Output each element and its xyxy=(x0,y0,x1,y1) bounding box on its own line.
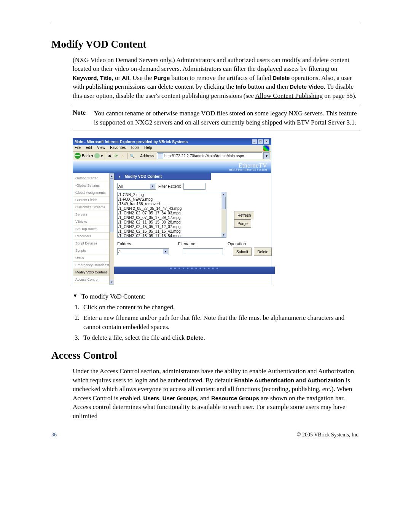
list-scroll-up-icon[interactable]: ▴ xyxy=(221,192,226,197)
kw-delete: Delete xyxy=(272,75,290,81)
folders-select[interactable]: / ▾ xyxy=(117,248,169,255)
file-list-item[interactable]: /1_CNN2_02_07_05_17_39_17.mpg xyxy=(118,216,225,220)
back-icon[interactable]: ⟵ xyxy=(75,153,81,159)
sidebar-item[interactable]: Access Control xyxy=(73,276,114,283)
ie-toolbar: ⟵ Back ▾ ▾ ✖ ⟳ ⌂ 🔍 Address http://172.22… xyxy=(73,152,271,160)
windows-flag-icon xyxy=(263,145,269,151)
sidebar-scrollbar[interactable]: ▴ ▾ xyxy=(109,173,114,285)
menu-tools[interactable]: Tools xyxy=(131,145,139,150)
steps-lead: ▼ To modify VoD Content: xyxy=(73,293,360,300)
purge-button[interactable]: Purge xyxy=(234,219,251,228)
sidebar-item[interactable]: Customize Streams xyxy=(73,204,114,211)
brand-banner: EtherneTV MEDIA DISTRIBUTION SYSTEM xyxy=(73,160,271,173)
kw-purge: Purge xyxy=(154,75,170,81)
filter-select[interactable]: All ▾ xyxy=(117,183,156,190)
step-3-text: To delete a file, select the file and cl… xyxy=(83,334,186,341)
heading-modify-vod: Modify VOD Content xyxy=(51,38,360,50)
home-icon[interactable]: ⌂ xyxy=(120,153,125,158)
file-list-item[interactable]: /1_CNN2_02_15_05_11_18_54.mpg xyxy=(118,234,225,238)
para-modify-vod: (NXG Video on Demand Servers only.) Admi… xyxy=(73,56,360,100)
refresh-icon[interactable]: ⟳ xyxy=(113,153,119,158)
back-dropdown-icon[interactable]: ▾ xyxy=(91,154,93,158)
page-icon xyxy=(158,153,163,158)
dropdown-icon[interactable]: ▾ xyxy=(150,184,155,189)
address-url: http://172.22.2.73/admin/Main/AdminMain.… xyxy=(164,154,244,158)
file-list-item[interactable]: /1349_frag168_removed xyxy=(118,202,225,206)
file-list-item[interactable]: /1-FOX_NEWS.mpg xyxy=(118,197,225,202)
menu-favorites[interactable]: Favorites xyxy=(110,145,126,150)
step-2: Enter a new filename and/or path for tha… xyxy=(81,313,360,332)
heading-access-control: Access Control xyxy=(51,350,360,361)
sidebar: Getting Started-Global SettingsGlobal As… xyxy=(73,173,114,285)
expand-arrow-icon[interactable]: ▸ xyxy=(119,174,121,179)
sidebar-item[interactable]: Modify VOD Content xyxy=(73,269,114,276)
kw-title: Title xyxy=(100,75,112,81)
delete-button[interactable]: Delete xyxy=(254,248,272,256)
filter-pattern-label: Filter Pattern: xyxy=(158,184,181,189)
note-text: You cannot rename or otherwise manage VO… xyxy=(94,109,360,127)
file-list-item[interactable]: /1_CNN 2_05_27_05_14_47_43.mpg xyxy=(118,206,225,211)
dropdown-icon[interactable]: ▾ xyxy=(163,249,168,254)
address-dropdown-icon[interactable]: ▾ xyxy=(263,152,269,159)
address-bar[interactable]: http://172.22.2.73/admin/Main/AdminMain.… xyxy=(157,152,262,159)
file-list-item[interactable]: /1_CNN2_02_15_05_11_12_07.mpg xyxy=(118,225,225,229)
scroll-down-icon[interactable]: ▾ xyxy=(110,280,114,284)
menu-help[interactable]: Help xyxy=(144,145,152,150)
sidebar-item[interactable]: Emergency Broadcast xyxy=(73,262,114,269)
list-scroll-thumb[interactable] xyxy=(222,197,226,209)
scroll-up-icon[interactable]: ▴ xyxy=(110,174,114,178)
screenshot-figure: Main - Microsoft Internet Explorer provi… xyxy=(73,138,360,285)
sidebar-item[interactable]: Scripts xyxy=(73,247,114,254)
ie-menubar: File Edit View Favorites Tools Help xyxy=(73,145,271,152)
filename-input[interactable] xyxy=(183,248,223,255)
page-footer: 36 © 2005 VBrick Systems, Inc. xyxy=(51,432,360,438)
note-label: Note xyxy=(73,109,94,127)
sidebar-item[interactable]: -Global Settings xyxy=(73,182,114,189)
sidebar-item[interactable]: Global Assignments xyxy=(73,189,114,197)
sidebar-item[interactable]: URLs xyxy=(73,254,114,262)
sidebar-item[interactable]: Set Top Boxes xyxy=(73,225,114,233)
sidebar-item[interactable]: Script Devices xyxy=(73,240,114,247)
page-number: 36 xyxy=(51,432,57,438)
stop-icon[interactable]: ✖ xyxy=(107,153,112,158)
txt: , xyxy=(159,395,162,402)
back-label[interactable]: Back xyxy=(82,154,90,158)
sidebar-item[interactable]: VBricks xyxy=(73,218,114,225)
forward-dropdown-icon[interactable]: ▾ xyxy=(101,154,103,158)
address-label: Address xyxy=(139,154,156,158)
menu-edit[interactable]: Edit xyxy=(86,145,92,150)
file-list-item[interactable]: /1_CNN2_02_15_05_11_15_42.mpg xyxy=(118,229,225,234)
file-list-item[interactable]: /1_CNN2_02_07_05_17_34_03.mpg xyxy=(118,211,225,216)
minimize-icon[interactable]: _ xyxy=(252,139,257,144)
step-3-delete: Delete xyxy=(186,334,204,341)
menu-file[interactable]: File xyxy=(75,145,81,150)
txt: on page 55). xyxy=(323,92,357,99)
search-icon[interactable]: 🔍 xyxy=(129,153,135,158)
sidebar-item[interactable]: Getting Started xyxy=(73,175,114,182)
forward-icon[interactable] xyxy=(94,153,100,158)
close-icon[interactable]: × xyxy=(264,139,269,144)
step-1: Click on the content to be changed. xyxy=(81,303,360,312)
refresh-button[interactable]: Refresh xyxy=(234,211,254,219)
menu-view[interactable]: View xyxy=(97,145,105,150)
sidebar-item[interactable]: Servers xyxy=(73,211,114,218)
file-listbox[interactable]: /1-CNN_2.mpg/1-FOX_NEWS.mpg/1349_frag168… xyxy=(117,192,226,238)
file-list-item[interactable]: /1_CNN2_02_11_05_15_08_28.mpg xyxy=(118,220,225,225)
submit-button[interactable]: Submit xyxy=(233,248,252,256)
txt: , and xyxy=(197,395,211,402)
file-list-item[interactable]: /1-CNN_2.mpg xyxy=(118,193,225,197)
txt: , or xyxy=(112,74,122,81)
link-allow-content-publishing[interactable]: Allow Content Publishing xyxy=(255,92,323,99)
sidebar-item[interactable]: Custom Fields xyxy=(73,197,114,204)
list-scroll-down-icon[interactable]: ▾ xyxy=(221,233,226,237)
filter-pattern-input[interactable] xyxy=(183,183,206,190)
txt: (NXG Video on Demand Servers only.) Admi… xyxy=(73,56,349,72)
main-panel: ▸ Modify VOD Content All ▾ Filter Patter… xyxy=(114,173,275,285)
footer-bar: ■ ■ ■ ■ ■ ■ ■ ■ ■ ■ ■ ■ xyxy=(114,267,275,274)
brand-text: EtherneTV xyxy=(238,162,267,169)
list-scrollbar[interactable]: ▴ ▾ xyxy=(221,192,226,237)
maximize-icon[interactable]: □ xyxy=(258,139,263,144)
scroll-thumb[interactable] xyxy=(110,178,113,232)
ie-window: Main - Microsoft Internet Explorer provi… xyxy=(73,138,271,285)
sidebar-item[interactable]: Recorders xyxy=(73,233,114,240)
